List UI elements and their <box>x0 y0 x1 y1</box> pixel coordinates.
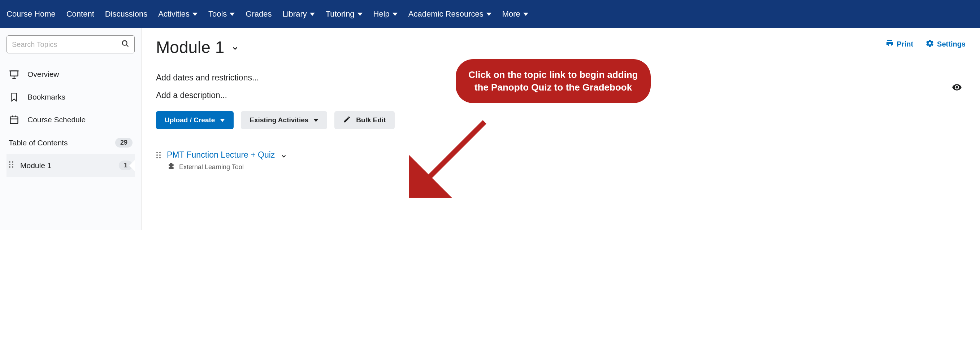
plugin-icon <box>167 163 175 172</box>
nav-help[interactable]: Help <box>373 10 398 19</box>
nav-tutoring[interactable]: Tutoring <box>326 10 363 19</box>
module-count-badge: 1 <box>119 160 132 170</box>
topic-link[interactable]: PMT Function Lecture + Quiz <box>167 150 275 160</box>
topic-row: PMT Function Lecture + Quiz External Lea… <box>156 150 966 172</box>
svg-point-0 <box>123 41 127 46</box>
button-label: Upload / Create <box>165 116 215 124</box>
svg-point-21 <box>159 157 161 159</box>
chevron-down-icon <box>192 13 197 16</box>
nav-label: Activities <box>158 10 189 19</box>
svg-point-19 <box>159 154 161 156</box>
chevron-down-icon <box>523 13 528 16</box>
bookmark-icon <box>9 92 19 102</box>
existing-activities-button[interactable]: Existing Activities <box>241 111 327 129</box>
svg-point-20 <box>156 157 158 159</box>
top-actions: Print Settings <box>885 39 966 49</box>
nav-label: More <box>502 10 520 19</box>
nav-label: Content <box>67 10 94 19</box>
svg-point-15 <box>12 166 13 168</box>
nav-label: Course Home <box>6 10 56 19</box>
sidebar-item-toc[interactable]: Table of Contents 29 <box>6 131 135 154</box>
settings-button[interactable]: Settings <box>926 39 966 49</box>
sidebar-item-bookmarks[interactable]: Bookmarks <box>6 86 135 108</box>
calendar-icon <box>9 115 19 125</box>
nav-label: Help <box>373 10 390 19</box>
chevron-down-icon <box>220 119 225 122</box>
sidebar-item-schedule[interactable]: Course Schedule <box>6 108 135 131</box>
topic-info: PMT Function Lecture + Quiz External Lea… <box>167 150 275 172</box>
button-label: Existing Activities <box>250 116 309 124</box>
main: Module 1 Print Settings Add dates and re… <box>142 28 980 230</box>
sidebar-item-label: Overview <box>27 70 59 79</box>
svg-rect-6 <box>11 117 18 124</box>
pencil-icon <box>343 116 351 125</box>
svg-rect-2 <box>11 71 18 76</box>
button-row: Upload / Create Existing Activities Bulk… <box>156 111 966 129</box>
topic-dropdown[interactable] <box>280 153 287 161</box>
visibility-icon[interactable] <box>952 82 962 94</box>
nav-course-home[interactable]: Course Home <box>6 10 56 19</box>
drag-handle-icon[interactable] <box>156 152 161 160</box>
nav-more[interactable]: More <box>502 10 528 19</box>
toc-count-badge: 29 <box>115 138 132 147</box>
svg-point-16 <box>156 152 158 153</box>
nav-grades[interactable]: Grades <box>245 10 272 19</box>
nav-label: Library <box>282 10 307 19</box>
print-icon <box>885 39 894 49</box>
print-button[interactable]: Print <box>885 39 913 49</box>
sidebar-item-label: Bookmarks <box>27 93 65 101</box>
nav-activities[interactable]: Activities <box>158 10 197 19</box>
search-icon[interactable] <box>121 40 129 49</box>
navbar: Course Home Content Discussions Activiti… <box>0 0 980 28</box>
svg-point-14 <box>9 166 11 168</box>
page-title: Module 1 <box>156 38 224 57</box>
chevron-down-icon <box>230 13 235 16</box>
bulk-edit-button[interactable]: Bulk Edit <box>334 111 394 129</box>
action-label: Settings <box>937 40 966 48</box>
nav-academic-resources[interactable]: Academic Resources <box>408 10 492 19</box>
nav-discussions[interactable]: Discussions <box>105 10 147 19</box>
chevron-down-icon <box>487 13 492 16</box>
chevron-down-icon <box>358 13 363 16</box>
upload-create-button[interactable]: Upload / Create <box>156 111 234 129</box>
title-row: Module 1 <box>156 38 966 57</box>
sidebar-item-label: Course Schedule <box>27 116 86 124</box>
topic-subtype: External Learning Tool <box>167 163 275 172</box>
svg-point-17 <box>159 152 161 153</box>
chevron-down-icon <box>313 119 318 122</box>
nav-label: Discussions <box>105 10 147 19</box>
nav-tools[interactable]: Tools <box>208 10 235 19</box>
nav-label: Tutoring <box>326 10 355 19</box>
search-wrap[interactable] <box>6 35 135 53</box>
svg-point-10 <box>9 161 11 163</box>
instruction-callout: Click on the topic link to begin adding … <box>456 59 651 103</box>
chevron-down-icon <box>310 13 315 16</box>
nav-label: Grades <box>245 10 272 19</box>
nav-label: Tools <box>208 10 227 19</box>
svg-point-18 <box>156 154 158 156</box>
chevron-down-icon <box>393 13 398 16</box>
sidebar-item-module-1[interactable]: Module 1 1 <box>6 154 135 177</box>
sidebar-item-label: Module 1 <box>20 161 51 170</box>
search-input[interactable] <box>12 40 121 49</box>
button-label: Bulk Edit <box>356 116 386 124</box>
nav-label: Academic Resources <box>408 10 484 19</box>
sidebar-item-label: Table of Contents <box>9 138 67 147</box>
sidebar-item-overview[interactable]: Overview <box>6 63 135 86</box>
topic-subtype-label: External Learning Tool <box>179 163 244 171</box>
action-label: Print <box>897 40 913 48</box>
svg-point-11 <box>12 161 13 163</box>
svg-line-1 <box>126 45 129 47</box>
gear-icon <box>926 39 934 49</box>
callout-text: Click on the topic link to begin adding … <box>468 69 638 93</box>
nav-content[interactable]: Content <box>67 10 94 19</box>
nav-library[interactable]: Library <box>282 10 315 19</box>
svg-point-13 <box>12 164 13 165</box>
drag-handle-icon[interactable] <box>9 161 14 170</box>
title-dropdown[interactable] <box>231 45 239 53</box>
svg-point-12 <box>9 164 11 165</box>
presentation-icon <box>9 69 19 79</box>
layout: Overview Bookmarks Course Schedule Table… <box>0 28 980 230</box>
sidebar: Overview Bookmarks Course Schedule Table… <box>0 28 142 230</box>
